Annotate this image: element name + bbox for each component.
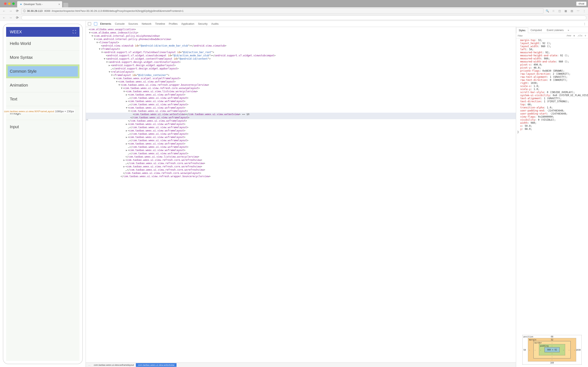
dom-node[interactable]: …</com.taobao.weex.ui.view.refresh.core.… [86,168,516,171]
dom-node[interactable]: ▼<com.taobao.weex.scalpel.scalpelframela… [86,77,516,80]
style-property[interactable]: raw-layout-direction: 2 (INHERIT); [517,73,587,75]
devtools-menu-icon[interactable]: ⋮ [583,22,586,25]
dom-node[interactable]: …</android.support.design.widget.appbarl… [86,67,516,70]
dom-node[interactable]: …</com.taobao.weex.ui.view.wxframelayout… [86,152,516,155]
styles-properties[interactable]: margin-top: 32; layout_height: 92 (); la… [516,38,588,333]
style-property[interactable]: margin-top: 32; [517,39,587,42]
dom-node[interactable]: <android.view.viewstub id="@android:id/a… [86,44,516,47]
dom-node[interactable]: …</com.taobao.weex.ui.view.wxframelayout… [86,132,516,135]
forward-button[interactable]: → [8,8,13,14]
dom-node[interactable]: ▶<com.taobao.weex.ui.view.wxframelayout> [86,142,516,145]
dom-node[interactable]: …</com.taobao.weex.ui.view.wxframelayout… [86,145,516,149]
style-property[interactable]: right: 1030; [517,82,587,85]
style-property[interactable]: user-padding-start: -2147483648; [517,112,587,115]
style-property[interactable]: view-flags: 0x18000000; [517,115,587,118]
dom-node[interactable]: ▶<com.taobao.weex.ui.view.refresh.core.w… [86,165,516,168]
dom-node[interactable]: ▼<relativelayout> [86,70,516,74]
style-property[interactable]: pivot-y: 46.0; [517,66,587,69]
devtools-tab[interactable]: Elements [100,22,111,25]
devtools-tab[interactable]: Sources [128,22,138,25]
star-icon[interactable]: ☆ [551,9,556,13]
dom-node[interactable]: ▼<framelayout id="@id/index_container"> [86,74,516,77]
style-property[interactable]: scale-y: 1.0; [517,88,587,91]
style-property[interactable]: raw-text-direction: 0 (INHERIT); [517,79,587,82]
minimize-window-button[interactable] [8,2,11,5]
dom-node[interactable]: ▶<com.taobao.weex.ui.view.wxframelayout> [86,149,516,152]
style-property[interactable]: transition-alpha: 1.0; [517,106,587,109]
device-toggle-icon[interactable] [94,22,97,25]
menu-item-selected[interactable]: Common Style [6,64,79,78]
zoom-icon[interactable]: 🔍 [545,9,550,13]
new-tab-button[interactable] [63,3,68,7]
dom-node[interactable]: ▶<com.taobao.weex.ui.view.wxframelayout> [86,93,516,96]
dom-node[interactable]: ▶<com.taobao.weex.ui.view.refresh.core.w… [86,158,516,162]
style-property[interactable]: visibility: 0 (VISIBLE); [517,118,587,121]
dom-node[interactable]: ▶<com.taobao.weex.ui.view.wxframelayout> [86,100,516,103]
style-property[interactable]: pivot-x: 490.0; [517,63,587,66]
url-input[interactable]: ⓘ 30.30.29.113:8088/inspector/inspector.… [21,8,544,14]
style-property[interactable]: measured-height: 92; [517,51,587,54]
breadcrumb-item[interactable]: com.taobao.weex.ui.view.wxframelayout [92,363,136,367]
dom-node[interactable]: ▼<com.alibaba.weex.indexactivity> [86,31,516,34]
dom-node[interactable]: …</com.taobao.weex.ui.view.wxframelayout… [86,126,516,129]
extension-icon-3[interactable]: ▤ [570,9,574,13]
extension-icon-4[interactable]: 〰 [576,9,580,13]
style-property[interactable]: text-direction: 1 (FIRST_STRONG); [517,100,587,103]
dom-node[interactable]: …</com.taobao.weex.ui.view.wxframelayout… [86,96,516,100]
style-property[interactable]: y: 68.0; [517,128,587,131]
dom-node[interactable]: …</com.taobao.weex.ui.view.refresh.core.… [86,162,516,165]
scan-icon[interactable]: ⛶ [73,30,76,34]
style-property[interactable]: layout_width: 980 (); [517,45,587,48]
devtools-tab[interactable]: Security [198,22,208,25]
dom-node[interactable]: <com.alibaba.weex.wxapplication> [86,28,516,31]
styles-filter-input[interactable] [518,34,564,37]
style-property[interactable]: measured-width: 980; [517,57,587,60]
menu-item[interactable]: Animation [6,78,79,92]
reload-button[interactable]: ⟳ [15,8,20,14]
dom-node[interactable]: </com.taobao.weex.ui.view.refresh.core.w… [86,171,516,175]
dom-node[interactable]: <com.taobao.weex.ui.view.wxtextview></co… [86,113,516,116]
dom-node[interactable]: ▼<android.support.v7.widget.fitwindowsli… [86,51,516,54]
dom-tree[interactable]: ⋯ <com.alibaba.weex.wxapplication>▼<com.… [86,27,516,362]
style-property[interactable]: user-padding-end: -2147483648; [517,109,587,112]
style-property[interactable]: measured-width-and-state: 980 (); [517,60,587,63]
devtools-tab[interactable]: Profiles [169,22,178,25]
style-property[interactable]: measured-height-and-state: 92 (); [517,54,587,57]
close-window-button[interactable] [4,2,7,5]
dom-node[interactable]: ▶<android.support.design.widget.appbarla… [86,64,516,67]
menu-item[interactable]: Input [6,120,79,134]
devtools-tab[interactable]: Console [115,22,125,25]
devtools-tab[interactable]: Timeline [155,22,165,25]
cls-chip[interactable]: .cls [577,34,582,37]
maximize-window-button[interactable] [12,2,15,5]
dom-node[interactable]: ▼<android.support.design.widget.coordina… [86,60,516,64]
style-property[interactable]: layout_height: 92 (); [517,42,587,45]
dom-node[interactable]: ▼<android.support.v7.widget.contentframe… [86,57,516,60]
back-button-2[interactable]: ← [2,15,7,20]
style-property[interactable]: raw-text-alignment: 1 (GRAVITY); [517,75,587,79]
style-property[interactable]: top: 68; [517,103,587,106]
breadcrumb-dots[interactable]: … [87,364,92,366]
styles-tab[interactable]: Computed [528,28,544,33]
collapsed-ellipsis[interactable]: ⋯ [86,117,88,121]
inspect-icon[interactable] [88,22,91,25]
dom-node[interactable]: ▼<com.taobao.weex.ui.view.wxframelayout> [86,80,516,83]
styles-tab[interactable]: Event Listeners [544,28,566,33]
dom-node[interactable]: </com.taobao.weex.ui.view.refresh.wrappe… [86,175,516,178]
profile-button[interactable]: shuai [576,2,586,6]
dom-node[interactable]: …</com.taobao.weex.ui.view.wxframelayout… [86,139,516,142]
dom-node[interactable]: ▶<com.taobao.weex.ui.view.wxframelayout> [86,135,516,139]
style-property[interactable]: scale-x: 1.0; [517,85,587,88]
dom-node[interactable]: ▼<linearlayout> [86,41,516,44]
hov-chip[interactable]: :hov [566,34,571,37]
style-property[interactable]: left: 50; [517,48,587,51]
secondary-input[interactable] [21,16,586,20]
menu-item[interactable]: Text [6,92,79,106]
dom-node[interactable]: ▼<com.taobao.weex.ui.view.wxframelayout> [86,106,516,109]
style-property[interactable]: x: 50.0; [517,125,587,128]
dom-node[interactable]: ▼<com.taobao.weex.ui.view.refresh.core.w… [86,87,516,90]
dom-node[interactable]: ▼<com.taobao.weex.ui.view.refresh.wrappe… [86,83,516,87]
extension-icon-2[interactable]: ▦ [563,9,568,13]
style-property[interactable]: scroll-bar-style: 0 (INSIDE_OVERLAY); [517,91,587,94]
browser-tab[interactable]: ✦ Developer Tools - × [17,1,62,7]
